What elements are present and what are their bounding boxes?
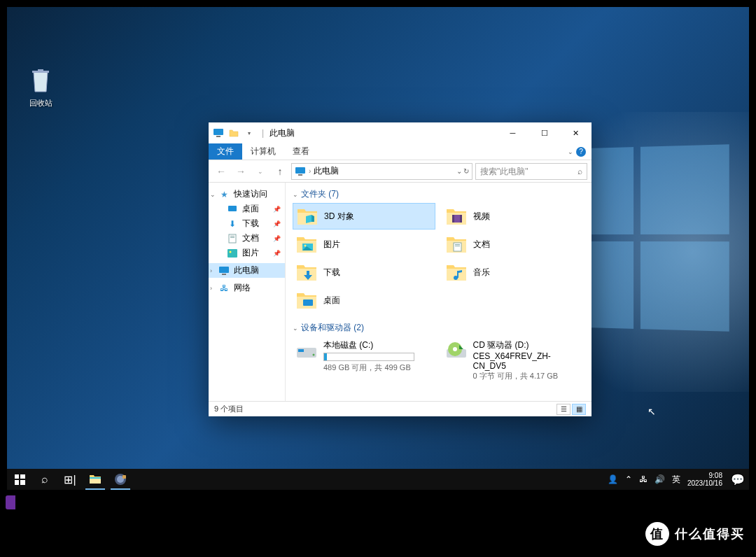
sidebar-documents[interactable]: 文档 📌 xyxy=(209,231,285,246)
minimize-button[interactable]: ─ xyxy=(497,122,528,143)
side-tab[interactable] xyxy=(6,495,15,509)
search-box[interactable]: ⌕ xyxy=(475,163,587,180)
folder-label: 文档 xyxy=(473,239,490,251)
folder-downloads[interactable]: 下载 xyxy=(293,259,435,285)
svg-rect-18 xyxy=(455,244,460,245)
svg-rect-6 xyxy=(230,236,234,237)
watermark: 值 什么值得买 xyxy=(645,522,745,546)
recent-dropdown-icon[interactable]: ⌄ xyxy=(252,163,269,180)
sidebar-item-label: 下载 xyxy=(242,218,259,230)
up-button[interactable]: ↑ xyxy=(272,163,288,180)
notification-icon: 💬 xyxy=(731,473,745,486)
folder-icon xyxy=(445,261,468,283)
group-folders[interactable]: ⌄ 文件夹 (7) xyxy=(293,187,584,203)
sidebar-desktop[interactable]: 桌面 📌 xyxy=(209,202,285,216)
sidebar-network[interactable]: › 🖧 网络 xyxy=(209,281,285,295)
svg-rect-22 xyxy=(303,299,313,306)
quick-access-toolbar: ▾ xyxy=(209,127,259,139)
pin-icon: 📌 xyxy=(273,235,281,242)
sidebar-downloads[interactable]: ⬇ 下载 📌 xyxy=(209,216,285,231)
mouse-cursor: ↖ xyxy=(648,406,656,417)
network-tray-icon[interactable]: 🖧 xyxy=(639,474,648,484)
refresh-icon[interactable]: ↻ xyxy=(463,167,469,175)
address-bar[interactable]: › 此电脑 ⌄ ↻ xyxy=(291,163,472,180)
search-input[interactable] xyxy=(480,167,564,176)
recycle-bin-label: 回收站 xyxy=(29,99,52,107)
content-pane: ⌄ 文件夹 (7) 3D 对象 视频 图片 xyxy=(286,183,592,401)
group-drives[interactable]: ⌄ 设备和驱动器 (2) xyxy=(293,320,584,337)
ribbon-tabs: 文件 计算机 查看 ⌄ ? xyxy=(209,143,592,160)
taskbar-app[interactable] xyxy=(108,469,133,490)
svg-rect-31 xyxy=(15,480,19,485)
drive-d[interactable]: CD 驱动器 (D:) CES_X64FREV_ZH-CN_DV5 0 字节 可… xyxy=(442,337,585,384)
ribbon-expand-icon[interactable]: ⌄ xyxy=(568,148,573,155)
forward-button[interactable]: → xyxy=(232,163,249,180)
trash-icon xyxy=(29,66,52,93)
folder-icon xyxy=(445,233,468,255)
folder-pictures[interactable]: 图片 xyxy=(293,231,435,258)
folder-desktop[interactable]: 桌面 xyxy=(293,287,435,313)
taskbar: ⌕ ⊞| 👤 ⌃ 🖧 🔊 英 9:08 2023/10/16 💬 xyxy=(7,469,749,490)
folder-label: 视频 xyxy=(473,211,490,223)
clock[interactable]: 9:08 2023/10/16 xyxy=(687,472,722,487)
task-view-button[interactable]: ⊞| xyxy=(57,469,83,490)
watermark-badge-icon: 值 xyxy=(645,522,669,546)
tray-chevron-icon[interactable]: ⌃ xyxy=(625,474,632,484)
sidebar-this-pc[interactable]: › 此电脑 xyxy=(209,263,285,278)
qat-dropdown-icon[interactable]: ▾ xyxy=(244,127,255,139)
folder-label: 图片 xyxy=(323,239,340,251)
tab-view[interactable]: 查看 xyxy=(284,143,318,160)
maximize-button[interactable]: ☐ xyxy=(528,122,560,143)
sidebar-item-label: 网络 xyxy=(234,282,251,294)
svg-rect-13 xyxy=(452,215,454,223)
star-icon: ★ xyxy=(218,189,230,200)
watermark-text: 什么值得买 xyxy=(675,526,745,542)
drive-label: 本地磁盘 (C:) xyxy=(323,339,433,351)
desktop[interactable]: 回收站 ▾ | 此电脑 ─ ☐ ✕ 文件 计算机 查看 xyxy=(7,7,749,469)
svg-point-28 xyxy=(453,347,457,351)
help-icon[interactable]: ? xyxy=(576,147,586,157)
icons-view-button[interactable]: ▦ xyxy=(572,404,586,415)
pin-icon: 📌 xyxy=(273,206,281,213)
tab-computer[interactable]: 计算机 xyxy=(242,143,284,160)
tab-file[interactable]: 文件 xyxy=(209,143,242,160)
back-button[interactable]: ← xyxy=(213,163,230,180)
pc-icon xyxy=(295,166,306,177)
volume-icon[interactable]: 🔊 xyxy=(654,474,665,484)
address-dropdown-icon[interactable]: ⌄ xyxy=(456,167,462,175)
svg-rect-30 xyxy=(20,474,25,479)
drive-usage-bar xyxy=(323,353,414,361)
folder-music[interactable]: 音乐 xyxy=(442,259,585,285)
close-button[interactable]: ✕ xyxy=(560,122,592,143)
svg-rect-10 xyxy=(219,267,229,273)
svg-rect-2 xyxy=(295,167,305,174)
ime-indicator[interactable]: 英 xyxy=(672,474,680,486)
taskbar-explorer[interactable] xyxy=(83,469,108,490)
details-view-button[interactable]: ☰ xyxy=(556,404,570,415)
status-bar: 9 个项目 ☰ ▦ xyxy=(209,401,592,416)
file-explorer-window: ▾ | 此电脑 ─ ☐ ✕ 文件 计算机 查看 ⌄ ? ← → xyxy=(209,122,592,416)
search-icon[interactable]: ⌕ xyxy=(578,167,582,176)
sidebar-pictures[interactable]: 图片 📌 xyxy=(209,246,285,260)
search-icon: ⌕ xyxy=(41,473,48,486)
pin-icon: 📌 xyxy=(273,250,281,257)
titlebar[interactable]: ▾ | 此电脑 ─ ☐ ✕ xyxy=(209,122,592,143)
window-title-text: 此电脑 xyxy=(270,127,295,139)
folder-3d-objects[interactable]: 3D 对象 xyxy=(293,203,435,230)
folder-videos[interactable]: 视频 xyxy=(442,203,585,230)
action-center-button[interactable]: 💬 xyxy=(727,469,749,490)
drive-c[interactable]: 本地磁盘 (C:) 489 GB 可用，共 499 GB xyxy=(293,337,435,384)
drive-stat: 489 GB 可用，共 499 GB xyxy=(323,362,433,373)
svg-rect-29 xyxy=(15,474,19,479)
folder-small-icon[interactable] xyxy=(228,127,239,139)
svg-rect-33 xyxy=(90,477,101,479)
people-icon[interactable]: 👤 xyxy=(608,474,618,484)
recycle-bin-icon[interactable]: 回收站 xyxy=(20,66,62,108)
folder-documents[interactable]: 文档 xyxy=(442,231,585,258)
folder-icon xyxy=(295,233,318,255)
search-button[interactable]: ⌕ xyxy=(32,469,57,490)
start-button[interactable] xyxy=(7,469,32,490)
svg-rect-3 xyxy=(298,174,302,176)
breadcrumb[interactable]: 此电脑 xyxy=(314,165,339,177)
sidebar-quick-access[interactable]: ⌄ ★ 快速访问 xyxy=(209,187,285,202)
